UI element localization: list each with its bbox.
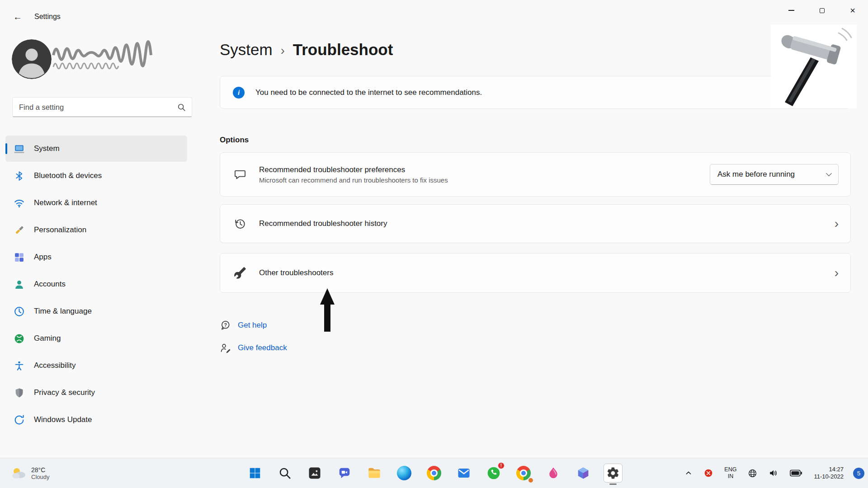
card-troubleshooter-preferences: Recommended troubleshooter preferences M… (220, 152, 851, 197)
chevron-up-icon (684, 469, 693, 477)
start-button[interactable] (245, 464, 264, 483)
breadcrumb-system[interactable]: System (220, 41, 273, 59)
media-app-button[interactable] (305, 464, 324, 483)
sidebar-item-label: Bluetooth & devices (34, 171, 102, 180)
give-feedback-link[interactable]: Give feedback (220, 339, 287, 357)
sidebar-item-system[interactable]: System (5, 136, 187, 162)
apps-grid-icon (14, 252, 25, 263)
drop-app-button[interactable] (544, 464, 563, 483)
back-arrow-icon: ← (13, 12, 22, 22)
language-code: ENG (724, 466, 736, 473)
file-explorer-button[interactable] (365, 464, 384, 483)
chrome-profile-badge (528, 477, 534, 483)
hammer-watermark-image (771, 25, 857, 108)
tray-expand-button[interactable] (683, 467, 694, 479)
system-icon (14, 143, 25, 155)
sidebar-item-label: Personalization (34, 225, 86, 235)
person-icon (12, 39, 52, 79)
accounts-person-icon (14, 279, 25, 290)
clock-widget[interactable]: 14:27 11-10-2022 (812, 464, 845, 482)
close-icon: × (850, 6, 855, 15)
tray-status-button[interactable] (702, 467, 715, 479)
back-button[interactable]: ← (10, 9, 25, 24)
settings-gear-icon (606, 466, 620, 480)
volume-tray-button[interactable] (767, 466, 780, 480)
search-icon[interactable] (177, 103, 186, 112)
search-box (12, 97, 192, 117)
card-title: Other troubleshooters (259, 268, 822, 277)
sidebar-item-apps[interactable]: Apps (5, 244, 187, 270)
accessibility-person-icon (14, 360, 25, 371)
help-icon: ? (220, 319, 231, 331)
windows-logo-icon (248, 466, 262, 480)
window-controls: × (776, 0, 868, 21)
battery-tray-button[interactable] (788, 468, 804, 479)
sidebar-item-time-language[interactable]: Time & language (5, 298, 187, 324)
card-subtitle: Microsoft can recommend and run troubles… (259, 176, 697, 184)
sidebar-item-personalization[interactable]: Personalization (5, 217, 187, 243)
language-switcher[interactable]: ENG IN (722, 465, 738, 482)
search-input[interactable] (19, 103, 174, 112)
wifi-icon (14, 197, 25, 209)
weather-widget[interactable]: 28°C Cloudy (6, 458, 54, 488)
weather-cloud-icon (11, 466, 27, 480)
taskbar-search-button[interactable] (275, 464, 294, 483)
mail-envelope-icon (457, 466, 471, 480)
edge-browser-button[interactable] (395, 464, 414, 483)
folder-icon (367, 466, 382, 480)
chrome-browser-icon (427, 466, 441, 480)
get-help-link[interactable]: ? Get help (220, 316, 267, 334)
notification-count-badge[interactable]: 5 (853, 468, 864, 479)
shield-icon (14, 387, 25, 399)
cube-app-button[interactable] (574, 464, 593, 483)
sidebar-item-network-internet[interactable]: Network & internet (5, 190, 187, 216)
card-other-troubleshooters[interactable]: Other troubleshooters › (220, 253, 851, 293)
user-avatar[interactable] (12, 39, 52, 79)
sidebar-item-label: Apps (34, 253, 52, 262)
media-app-icon (308, 466, 321, 480)
give-feedback-label: Give feedback (238, 343, 287, 352)
svg-text:?: ? (224, 322, 227, 328)
message-bubble-icon (234, 168, 246, 181)
card-troubleshooter-history[interactable]: Recommended troubleshooter history › (220, 204, 851, 243)
taskbar-center-icons: ! (245, 458, 623, 488)
sidebar-item-label: Windows Update (34, 415, 92, 424)
network-tray-button[interactable] (746, 467, 759, 480)
titlebar: ← Settings × (0, 0, 868, 27)
window-title: Settings (34, 13, 61, 21)
close-button[interactable]: × (837, 0, 868, 21)
red-status-icon (704, 469, 713, 478)
battery-icon (790, 469, 802, 477)
sidebar-item-accounts[interactable]: Accounts (5, 271, 187, 297)
wrench-icon (234, 267, 246, 279)
whatsapp-button[interactable]: ! (484, 464, 503, 483)
chat-app-button[interactable] (335, 464, 354, 483)
chrome-browser-button[interactable] (425, 464, 443, 483)
settings-app-button[interactable] (604, 464, 623, 483)
chrome-profile-button[interactable] (514, 464, 533, 483)
sidebar-item-label: Network & internet (34, 198, 97, 207)
annotation-arrow-up (319, 288, 335, 332)
sidebar-item-label: Accounts (34, 280, 66, 289)
tray-date: 11-10-2022 (814, 473, 844, 480)
chevron-right-icon: › (835, 217, 839, 230)
sidebar-item-privacy-security[interactable]: Privacy & security (5, 380, 187, 406)
mail-app-button[interactable] (454, 464, 473, 483)
sidebar-item-windows-update[interactable]: Windows Update (5, 407, 187, 433)
weather-temp: 28°C (31, 466, 49, 474)
cube-app-icon (576, 466, 590, 480)
card-title: Recommended troubleshooter history (259, 219, 822, 228)
troubleshooter-preference-dropdown[interactable]: Ask me before running (710, 164, 839, 185)
card-texts: Recommended troubleshooter history (259, 219, 822, 228)
sidebar-item-gaming[interactable]: Gaming (5, 325, 187, 352)
sidebar-item-bluetooth-devices[interactable]: Bluetooth & devices (5, 163, 187, 189)
minimize-button[interactable] (776, 0, 807, 21)
maximize-button[interactable] (807, 0, 837, 21)
sidebar-item-label: Accessibility (34, 361, 76, 370)
language-region: IN (728, 473, 734, 480)
drop-app-icon (547, 466, 560, 480)
sidebar-item-accessibility[interactable]: Accessibility (5, 352, 187, 379)
page-title: Troubleshoot (293, 41, 393, 59)
xbox-icon (14, 333, 25, 344)
update-refresh-icon (14, 414, 25, 426)
